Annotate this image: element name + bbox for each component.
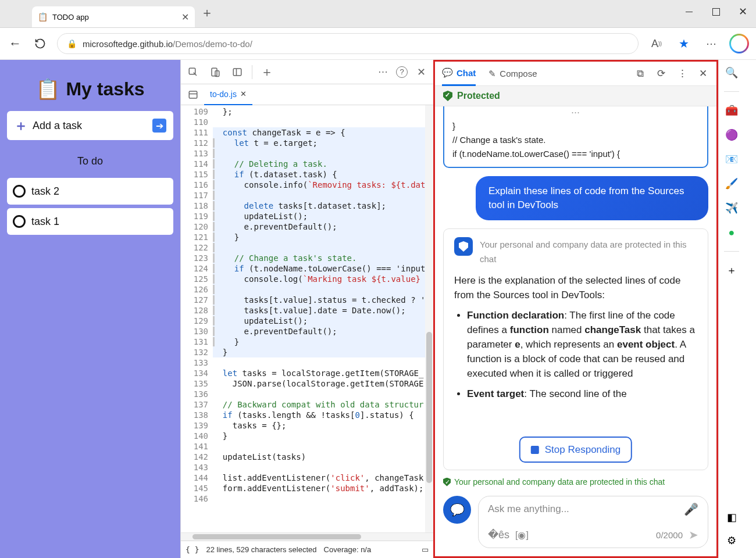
devtools-panel: ＋ ⋯ ? ✕ to-do.js ✕ 109 110 111 112 113 1… — [180, 60, 433, 558]
protected-label: Protected — [457, 91, 500, 101]
chat-input[interactable]: Ask me anything... 🎤 �ês [◉] 0/2000 ➤ — [478, 496, 708, 548]
svg-rect-5 — [189, 91, 197, 98]
new-tab-button[interactable]: ＋ — [201, 4, 213, 22]
format-icon[interactable]: { } — [186, 545, 199, 554]
send-icon[interactable]: ➤ — [689, 528, 698, 542]
task-checkbox-icon[interactable] — [13, 215, 26, 228]
favorite-icon[interactable]: ★ — [675, 34, 693, 53]
devtools-close-icon[interactable]: ✕ — [412, 63, 430, 81]
tab-label: Compose — [500, 69, 537, 78]
vertical-scrollbar[interactable] — [425, 105, 433, 532]
shield-icon — [454, 237, 473, 256]
add-sidebar-icon[interactable]: ＋ — [723, 262, 740, 278]
spotify-icon[interactable]: ● — [723, 224, 740, 241]
coverage-status: Coverage: n/a — [324, 545, 372, 554]
device-icon[interactable] — [206, 63, 224, 81]
tab-title: TODO app — [52, 13, 177, 22]
devtools-toolbar: ＋ ⋯ ? ✕ — [181, 60, 433, 84]
menu-icon[interactable]: ⋮ — [676, 67, 689, 80]
new-topic-button[interactable] — [443, 496, 471, 524]
protected-banner: Protected — [435, 86, 716, 106]
more-icon[interactable]: ⋯ — [702, 34, 721, 53]
footer-note-text: Your personal and company data are prote… — [454, 477, 665, 487]
copilot-conversation: ⋯ } // Change a task's state. if (t.node… — [435, 106, 716, 474]
compose-icon: ✎ — [488, 69, 496, 79]
office-icon[interactable]: 🟣 — [723, 127, 740, 143]
file-tab-close-icon[interactable]: ✕ — [240, 90, 247, 98]
response-bullet: Function declaration: The first line of … — [467, 308, 697, 381]
status-device-icon[interactable]: ▭ — [422, 545, 429, 554]
refresh-icon[interactable]: ⟳ — [655, 67, 668, 80]
source-code-area[interactable]: 109 110 111 112 113 114 115 116 117 118 … — [181, 105, 433, 532]
file-nav-icon[interactable] — [184, 86, 202, 103]
add-tab-icon[interactable]: ＋ — [258, 63, 276, 81]
url-domain: microsoftedge.github.io — [83, 39, 173, 49]
tab-close-icon[interactable]: ✕ — [181, 12, 189, 23]
todo-title-text: My tasks — [66, 78, 144, 100]
dock-icon[interactable] — [229, 63, 246, 81]
window-controls: ✕ — [676, 0, 756, 23]
submit-task-button[interactable]: ➔ — [152, 119, 166, 133]
browser-tab[interactable]: 📋 TODO app ✕ — [32, 6, 195, 27]
task-item[interactable]: task 2 — [7, 178, 173, 205]
task-checkbox-icon[interactable] — [13, 185, 26, 198]
url-path: /Demos/demo-to-do/ — [173, 39, 252, 49]
tools-icon[interactable]: 🧰 — [723, 102, 740, 119]
tab-label: Chat — [457, 68, 476, 78]
more-tabs-icon[interactable]: ⋯ — [374, 63, 391, 81]
stop-responding-button[interactable]: Stop Responding — [519, 437, 632, 463]
chat-icon: 💬 — [442, 67, 453, 78]
settings-icon[interactable]: ⚙ — [723, 532, 740, 549]
window-minimize-button[interactable] — [676, 0, 702, 23]
task-list: task 2 task 1 — [7, 178, 173, 235]
task-item[interactable]: task 1 — [7, 208, 173, 235]
add-task-placeholder: Add a task — [33, 120, 82, 132]
nav-back-button[interactable] — [7, 35, 23, 52]
image-input-icon[interactable]: �ês — [488, 528, 509, 541]
page-icon: 📋 — [38, 12, 48, 22]
divider — [252, 65, 252, 79]
stop-icon — [531, 446, 539, 454]
window-maximize-button[interactable] — [702, 0, 729, 23]
selection-status: 22 lines, 529 characters selected — [206, 545, 316, 554]
copilot-tab-compose[interactable]: ✎ Compose — [488, 62, 537, 86]
sidebar-toggle-icon[interactable]: ◧ — [723, 509, 740, 525]
window-close-button[interactable]: ✕ — [729, 0, 756, 23]
svg-rect-1 — [212, 68, 217, 76]
close-icon[interactable]: ✕ — [697, 67, 709, 80]
url-bar[interactable]: 🔒 microsoftedge.github.io/Demos/demo-to-… — [57, 33, 639, 54]
code-content[interactable]: }; const changeTask = e => { let t = e.t… — [213, 105, 433, 532]
outlook-icon[interactable]: 📧 — [723, 151, 740, 167]
footer-privacy-note: Your personal and company data are prote… — [435, 474, 716, 490]
read-aloud-icon[interactable]: A)) — [647, 34, 666, 53]
open-external-icon[interactable]: ⧉ — [634, 67, 647, 80]
file-tab-active[interactable]: to-do.js ✕ — [204, 84, 252, 105]
code-context-bubble: ⋯ } // Change a task's state. if (t.node… — [443, 106, 708, 168]
add-task-input[interactable]: ＋ Add a task ➔ — [7, 111, 173, 140]
todo-section-label: To do — [77, 155, 103, 167]
privacy-text: Your personal and company data are prote… — [480, 237, 697, 266]
search-icon[interactable]: 🔍 — [723, 65, 740, 81]
response-list: Function declaration: The first line of … — [467, 308, 697, 401]
code-line: if (t.nodeName.toLowerCase() === 'input'… — [452, 147, 699, 161]
designer-icon[interactable]: 🖌️ — [723, 176, 740, 192]
help-icon[interactable]: ? — [396, 66, 408, 78]
response-intro: Here is the explanation of the selected … — [454, 273, 697, 302]
file-tab-label: to-do.js — [210, 90, 237, 99]
code-line: // Change a task's state. — [452, 133, 699, 147]
copilot-tab-chat[interactable]: 💬 Chat — [442, 62, 476, 86]
code-line: } — [452, 119, 699, 133]
telegram-icon[interactable]: ✈️ — [723, 200, 740, 216]
scroll-thumb[interactable] — [426, 332, 432, 483]
nav-refresh-button[interactable] — [32, 35, 48, 52]
image-input-icon[interactable]: [◉] — [515, 530, 529, 541]
mic-icon[interactable]: 🎤 — [684, 502, 698, 516]
scroll-thumb[interactable] — [192, 534, 361, 539]
copilot-button[interactable] — [729, 34, 749, 53]
response-privacy-note: Your personal and company data are prote… — [454, 237, 697, 266]
user-message: Explain these lines of code from the Sou… — [476, 176, 708, 220]
plus-icon: ＋ — [14, 116, 28, 135]
main-area: 📋 My tasks ＋ Add a task ➔ To do task 2 t… — [0, 60, 756, 558]
inspect-icon[interactable] — [184, 63, 202, 81]
horizontal-scrollbar[interactable] — [181, 532, 433, 541]
